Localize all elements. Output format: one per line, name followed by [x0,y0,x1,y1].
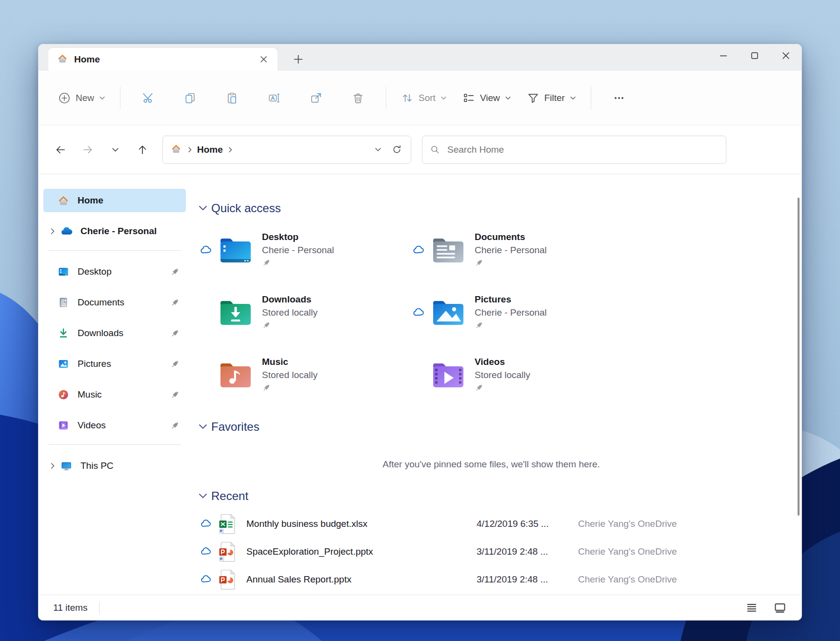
search-input[interactable] [446,144,718,156]
forward-button[interactable] [77,139,99,161]
cut-button[interactable] [133,84,163,112]
maximize-button[interactable] [739,44,770,67]
sidebar-item-videos[interactable]: Videos [43,414,186,437]
minimize-button[interactable] [708,44,739,67]
home-icon [171,143,181,156]
view-button[interactable]: View [455,84,519,112]
up-button[interactable] [131,139,154,161]
filter-button[interactable]: Filter [519,84,584,112]
powerpoint-icon [218,569,238,590]
tile-documents[interactable]: Documents Cherie - Personal [411,226,624,274]
tile-name: Videos [475,357,530,367]
sidebar-item-onedrive[interactable]: Cherie - Personal [43,220,186,243]
recent-file-row[interactable]: SpaceExploration_Project.pptx 3/11/2019 … [199,538,784,565]
favorites-empty-message: After you've pinned some files, we'll sh… [199,459,784,470]
tile-name: Pictures [475,294,547,305]
favorites-header[interactable]: Favorites [199,420,784,434]
chevron-down-icon [199,423,207,430]
details-view-button[interactable] [741,599,762,617]
quick-access-header[interactable]: Quick access [199,201,784,215]
recent-header[interactable]: Recent [199,489,784,503]
pictures-folder-icon [430,297,467,327]
file-date-modified: 3/11/2019 2:48 ... [477,546,578,557]
chevron-right-icon[interactable] [46,462,59,469]
pin-icon [475,321,547,331]
thumbnail-view-button[interactable] [769,599,791,617]
sort-button[interactable]: Sort [393,84,455,112]
paste-button[interactable] [217,84,247,112]
tile-downloads[interactable]: Downloads Stored locally [199,288,411,336]
tile-desktop[interactable]: Desktop Cherie - Personal [199,226,411,274]
navigation-pane: Home Cherie - Personal [39,174,191,595]
chevron-right-icon[interactable] [46,228,59,235]
pin-icon [262,321,318,331]
onedrive-cloud-icon [59,225,74,238]
recent-file-row[interactable]: Monthly business budget.xlsx 4/12/2019 6… [199,510,784,538]
command-bar: New [39,71,801,125]
chevron-down-icon [199,493,207,500]
cloud-status-icon [411,306,426,319]
toolbar-separator [386,87,386,109]
breadcrumb-home[interactable]: Home [197,144,223,155]
refresh-button[interactable] [387,140,406,159]
new-button-label: New [76,93,94,103]
close-icon [781,51,790,60]
tab-close-icon[interactable] [256,52,271,67]
file-location: Cherie Yang's OneDrive [578,519,677,529]
chevron-right-icon [186,146,193,153]
sidebar-item-home[interactable]: Home [43,189,186,212]
sidebar-divider [49,444,181,445]
tab-home[interactable]: Home [48,48,278,71]
sidebar-item-label: Videos [78,420,168,431]
sidebar-item-this-pc[interactable]: This PC [43,454,186,478]
sidebar-item-desktop[interactable]: Desktop [43,260,186,283]
vertical-scrollbar[interactable] [798,198,800,516]
pin-icon [168,298,181,307]
rename-button[interactable] [259,84,289,112]
back-button[interactable] [49,139,72,161]
sidebar-item-label: Pictures [78,359,168,369]
file-location: Cherie Yang's OneDrive [578,574,677,585]
file-name: Annual Sales Report.pptx [246,574,477,585]
tile-name: Documents [475,232,547,242]
home-icon [57,53,68,66]
sort-button-label: Sort [419,93,436,103]
tile-videos[interactable]: Videos Stored locally [411,351,624,399]
address-bar[interactable]: Home [162,136,411,164]
sidebar-item-music[interactable]: Music [43,383,186,406]
tile-name: Downloads [262,294,318,305]
search-box[interactable] [422,136,726,164]
cut-scissors-icon [142,92,155,104]
file-date-modified: 4/12/2019 6:35 ... [477,519,578,529]
chevron-down-icon [505,96,511,100]
tile-meta: Downloads Stored locally [262,294,318,331]
sidebar-item-documents[interactable]: Documents [43,291,186,314]
cloud-status-icon [199,545,213,558]
trash-icon [352,92,364,104]
recent-locations-button[interactable] [104,139,126,161]
sidebar-item-label: Music [78,389,168,400]
filter-button-label: Filter [544,93,565,103]
close-button[interactable] [770,44,801,67]
sidebar-item-pictures[interactable]: Pictures [43,352,186,376]
recent-file-row[interactable]: Annual Sales Report.pptx 3/11/2019 2:48 … [199,565,784,593]
section-title: Favorites [211,420,260,434]
tile-pictures[interactable]: Pictures Cherie - Personal [411,288,624,336]
share-button[interactable] [301,84,331,112]
cloud-status-icon [411,243,426,257]
pin-icon [475,259,547,268]
delete-button[interactable] [343,84,373,112]
new-tab-button[interactable] [288,49,308,69]
tile-music[interactable]: Music Stored locally [199,351,411,399]
arrow-right-icon [82,144,94,156]
sidebar-item-downloads[interactable]: Downloads [43,321,186,345]
thumbnail-view-icon [774,602,786,614]
copy-button[interactable] [175,84,205,112]
details-view-icon [746,602,758,614]
downloads-icon [56,327,71,339]
address-dropdown-button[interactable] [369,140,387,159]
tile-location: Stored locally [475,370,530,381]
more-options-button[interactable] [604,84,634,112]
item-count: 11 items [53,602,87,613]
new-button[interactable]: New [50,84,113,112]
